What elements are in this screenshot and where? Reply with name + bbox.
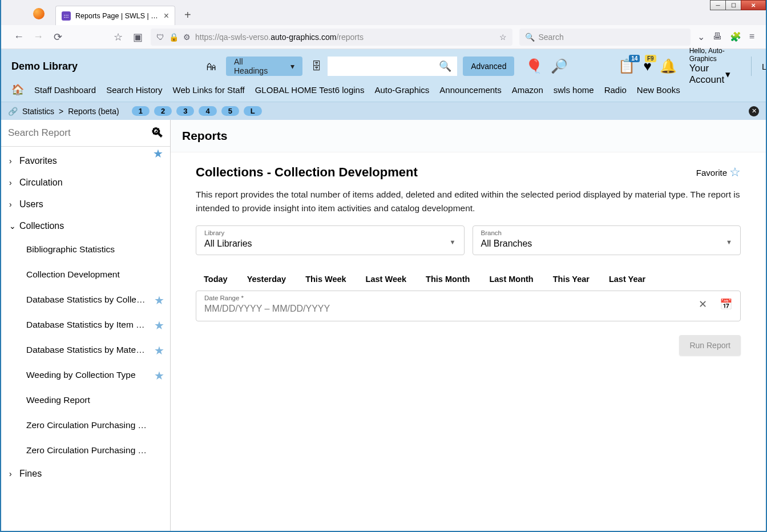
menu-swls-home[interactable]: swls home xyxy=(554,85,594,95)
sidebar-item-collections[interactable]: ⌄ Collections xyxy=(1,215,170,237)
search-scope-select[interactable]: All Headings ▾ xyxy=(226,57,302,76)
date-range-field[interactable]: Date Range * MM/DD/YYYY – MM/DD/YYYY ✕ 📅 xyxy=(196,291,741,321)
page-bookmark-icon[interactable]: ☆ xyxy=(499,33,507,42)
window-maximize-button[interactable] xyxy=(725,0,741,10)
menu-new-books[interactable]: New Books xyxy=(637,85,680,95)
sidebar-sub-weeding-collection[interactable]: Weeding by Collection Type★ xyxy=(21,362,170,388)
chip-last-week[interactable]: Last Week xyxy=(366,275,406,284)
chip-today[interactable]: Today xyxy=(204,275,228,284)
nav-forward-button[interactable]: → xyxy=(32,31,45,43)
chip-last-year[interactable]: Last Year xyxy=(609,275,645,284)
menu-radio[interactable]: Radio xyxy=(604,85,627,95)
shield-icon[interactable]: 🛡 xyxy=(156,33,164,42)
sidebar-item-users[interactable]: › Users xyxy=(1,194,170,215)
branch-select-value: All Branches xyxy=(481,239,733,249)
new-tab-button[interactable]: + xyxy=(180,6,196,24)
preset-pill[interactable]: 4 xyxy=(199,106,216,116)
sidebar-item-label: Circulation xyxy=(19,178,63,188)
language-icon[interactable]: 🗛 xyxy=(205,60,217,73)
sidebar-sub-dbstats-collection[interactable]: Database Statistics by Collection …★ xyxy=(21,287,170,312)
nav-back-button[interactable]: ← xyxy=(13,31,25,43)
sidebar-sub-dbstats-material[interactable]: Database Statistics by Material Ty…★ xyxy=(21,337,170,362)
catalog-search-field[interactable]: 🔍 xyxy=(328,57,457,76)
chip-last-month[interactable]: Last Month xyxy=(489,275,533,284)
review-icon[interactable]: 🔎 xyxy=(551,58,568,74)
breadcrumb-statistics[interactable]: Statistics xyxy=(22,107,54,116)
favorites-heart-icon[interactable]: ♥F9 xyxy=(643,58,651,74)
branch-select[interactable]: Branch All Branches ▼ xyxy=(473,225,741,255)
menu-auto-graphics[interactable]: Auto-Graphics xyxy=(374,85,429,95)
chip-this-week[interactable]: This Week xyxy=(305,275,346,284)
your-account-menu[interactable]: Your Account▾ xyxy=(689,63,730,86)
sidebar-item-label: Users xyxy=(19,199,43,209)
hamburger-menu-icon[interactable]: ≡ xyxy=(749,31,754,42)
close-icon[interactable]: ✕ xyxy=(749,106,759,116)
sidebar-item-favorites[interactable]: › Favorites ★ xyxy=(1,150,170,172)
sidebar-item-label: Fines xyxy=(19,469,42,479)
menu-announcements[interactable]: Announcements xyxy=(439,85,501,95)
catalog-search-input[interactable] xyxy=(328,57,439,76)
logout-link[interactable]: Logout xyxy=(751,57,767,76)
chip-this-year[interactable]: This Year xyxy=(553,275,590,284)
page-title: Reports xyxy=(171,120,766,152)
chip-this-month[interactable]: This Month xyxy=(426,275,470,284)
sidebar-sub-zero-circ-material[interactable]: Zero Circulation Purchasing by Materi… xyxy=(21,438,170,463)
lock-icon[interactable]: 🔒 xyxy=(169,33,179,42)
browser-search-box[interactable]: 🔍 Search xyxy=(519,29,690,46)
lists-icon[interactable]: 📋14 xyxy=(618,58,635,74)
sidebar-sub-zero-circ-collect[interactable]: Zero Circulation Purchasing by Collect… xyxy=(21,413,170,438)
bookmark-star-icon[interactable]: ☆ xyxy=(112,31,124,43)
alerts-badge: F9 xyxy=(645,55,656,62)
sidebar-search-input[interactable] xyxy=(8,127,151,139)
sidebar-sub-weeding-report[interactable]: Weeding Report xyxy=(21,388,170,413)
menu-search-history[interactable]: Search History xyxy=(106,85,162,95)
chevron-down-icon: ▼ xyxy=(726,239,732,245)
star-icon: ★ xyxy=(154,369,164,382)
nav-reload-button[interactable]: ⟳ xyxy=(51,31,64,43)
sidebar-item-label: Collections xyxy=(19,221,64,231)
sidebar-sub-collection-dev[interactable]: Collection Development xyxy=(21,262,170,287)
calendar-icon[interactable]: 📅 xyxy=(720,298,732,311)
clear-icon[interactable]: ✕ xyxy=(699,298,707,311)
sidebar-item-circulation[interactable]: › Circulation xyxy=(1,172,170,194)
favorite-toggle[interactable]: Favorite ☆ xyxy=(696,165,741,180)
tab-close-icon[interactable]: × xyxy=(164,11,169,21)
print-icon[interactable]: 🖶 xyxy=(713,31,722,42)
preset-pill[interactable]: 3 xyxy=(176,106,194,116)
home-icon[interactable]: 🏠 xyxy=(11,83,24,96)
menu-amazon[interactable]: Amazon xyxy=(512,85,543,95)
chevron-down-icon: ▼ xyxy=(450,239,456,245)
library-select[interactable]: Library All Libraries ▼ xyxy=(196,225,465,255)
sidebar-sub-bibliographic[interactable]: Bibliographic Statistics xyxy=(21,237,170,262)
menu-global-home[interactable]: GLOBAL HOME Test6 logins xyxy=(255,85,365,95)
sidebar-sub-dbstats-item[interactable]: Database Statistics by Item Except…★ xyxy=(21,312,170,337)
search-icon[interactable]: 🔍︎ xyxy=(151,126,163,140)
window-minimize-button[interactable] xyxy=(710,0,726,10)
browser-toolbar: ← → ⟳ ☆ ▣ 🛡 🔒 ⚙ https://qa-swls-verso.au… xyxy=(1,25,766,49)
notifications-bell-icon[interactable]: 🔔 xyxy=(660,58,677,74)
window-close-button[interactable] xyxy=(741,0,766,10)
balloon-icon[interactable]: 🎈 xyxy=(526,58,543,74)
search-icon[interactable]: 🔍 xyxy=(439,60,451,72)
chip-yesterday[interactable]: Yesterday xyxy=(247,275,286,284)
extensions-icon[interactable]: 🧩 xyxy=(730,31,741,42)
sidebar-item-fines[interactable]: › Fines xyxy=(1,463,170,485)
menu-staff-dashboard[interactable]: Staff Dashboard xyxy=(34,85,96,95)
preset-pill[interactable]: 1 xyxy=(132,106,150,116)
database-icon[interactable]: 🗄 xyxy=(312,61,322,72)
advanced-search-button[interactable]: Advanced xyxy=(463,57,514,76)
breadcrumb-reports[interactable]: Reports (beta) xyxy=(68,107,119,116)
extension-box-icon[interactable]: ▣ xyxy=(131,31,144,43)
permissions-icon[interactable]: ⚙ xyxy=(183,33,191,42)
pocket-icon[interactable]: ⌄ xyxy=(697,31,705,42)
category-list[interactable]: › Favorites ★ › Circulation › Users ⌄ Co… xyxy=(1,147,170,531)
preset-pill[interactable]: L xyxy=(244,106,262,116)
chevron-down-icon: ⌄ xyxy=(9,221,19,231)
browser-tab-active[interactable]: ::: Reports Page | SWLS | SWLS | A… × xyxy=(55,6,175,25)
run-report-button[interactable]: Run Report xyxy=(679,335,741,356)
url-field[interactable]: 🛡 🔒 ⚙ https://qa-swls-verso.auto-graphic… xyxy=(151,29,512,46)
menu-web-links[interactable]: Web Links for Staff xyxy=(173,85,245,95)
preset-pill[interactable]: 5 xyxy=(221,106,239,116)
search-scope-label: All Headings xyxy=(234,57,268,75)
preset-pill[interactable]: 2 xyxy=(154,106,172,116)
